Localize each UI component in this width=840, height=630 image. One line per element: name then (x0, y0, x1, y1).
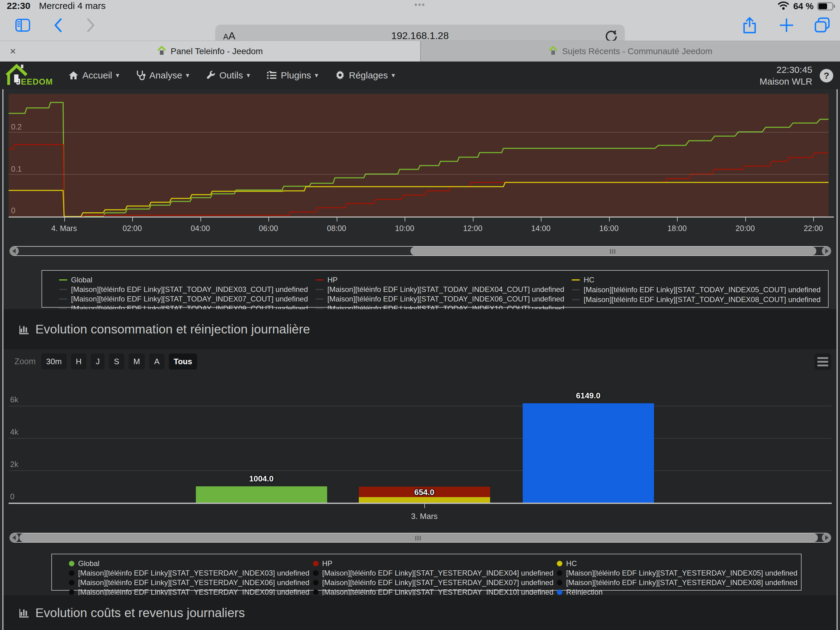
safari-toolbar: AA 192.168.1.28 (0, 11, 840, 41)
legend-item[interactable]: HP (316, 275, 572, 284)
chevron-down-icon: ▾ (392, 71, 395, 79)
legend-marker (313, 570, 319, 576)
x-axis-label: 06:00 (244, 224, 293, 233)
line-chart-plot-area[interactable]: 0.10.20 (9, 94, 829, 217)
jeedom-logo[interactable]: JEEDOM (4, 62, 50, 89)
gridline (9, 132, 829, 133)
legend-item[interactable]: [Maison][téléinfo EDF Linky][STAT_TODAY_… (572, 295, 828, 304)
share-icon[interactable] (738, 14, 761, 37)
back-button[interactable] (47, 14, 70, 37)
x-axis-label: 20:00 (721, 224, 770, 233)
multitask-handle[interactable]: ••• (414, 0, 426, 9)
scrollbar-thumb[interactable] (19, 533, 818, 542)
chart2-navigator-scrollbar[interactable] (9, 533, 831, 543)
zoom-range-button-m[interactable]: M (128, 353, 145, 369)
chart-context-menu-icon[interactable] (815, 353, 831, 370)
legend-marker (572, 299, 580, 300)
legend-item[interactable]: [Maison][téléinfo EDF Linky][STAT_TODAY_… (316, 295, 572, 303)
legend-item[interactable]: [Maison][téléinfo EDF Linky][STAT_TODAY_… (59, 285, 316, 294)
legend-marker (316, 298, 324, 300)
legend-item[interactable]: [Maison][téléinfo EDF Linky][STAT_TODAY_… (59, 295, 316, 303)
legend-marker (316, 289, 324, 290)
new-tab-plus-button[interactable] (775, 14, 798, 37)
gridline (9, 438, 832, 438)
legend-item[interactable]: HC (557, 559, 801, 568)
zoom-range-button-a[interactable]: A (149, 353, 164, 369)
zoom-range-button-30m[interactable]: 30m (41, 353, 67, 369)
x-axis-tick (677, 217, 677, 222)
chart1-navigator-scrollbar[interactable] (9, 246, 831, 256)
bar-reinjection[interactable] (523, 403, 654, 503)
scrollbar-right-arrow[interactable] (822, 533, 831, 542)
reader-aa-button[interactable]: AA (223, 30, 235, 42)
x-axis-tick (609, 217, 610, 222)
legend-item[interactable]: [Maison][téléinfo EDF Linky][STAT_YESTER… (557, 569, 801, 578)
close-tab-icon[interactable]: ✕ (7, 46, 19, 57)
forward-button[interactable] (79, 14, 102, 37)
legend-item[interactable]: HP (313, 559, 557, 568)
stethoscope-icon (136, 70, 146, 81)
x-axis-label: 16:00 (584, 224, 634, 233)
nav-item-plugins[interactable]: Plugins▾ (267, 70, 318, 81)
legend-label: [Maison][téléinfo EDF Linky][STAT_TODAY_… (71, 285, 308, 294)
section-divider: Evolution consommation et réinjection jo… (3, 309, 837, 349)
gridline (9, 174, 829, 175)
x-axis-label: 02:00 (107, 224, 157, 233)
legend-item[interactable]: Global (59, 275, 316, 284)
x-axis-label: 08:00 (312, 224, 361, 233)
nav-item-accueil[interactable]: Accueil▾ (68, 70, 119, 81)
legend-label: [Maison][téléinfo EDF Linky][STAT_TODAY_… (327, 295, 565, 303)
safari-chrome: 22:30 Mercredi 4 mars ••• 64 % (0, 0, 840, 62)
url-text[interactable]: 192.168.1.28 (215, 30, 625, 41)
nav-item-analyse[interactable]: Analyse▾ (136, 70, 189, 81)
scrollbar-thumb[interactable] (411, 247, 816, 255)
legend-marker (313, 580, 319, 586)
bar-hc[interactable] (359, 497, 490, 503)
zoom-range-button-tous[interactable]: Tous (169, 353, 197, 369)
legend-marker (69, 570, 74, 576)
legend-item[interactable]: [Maison][téléinfo EDF Linky][STAT_YESTER… (69, 569, 313, 578)
legend-item[interactable]: [Maison][téléinfo EDF Linky][STAT_YESTER… (557, 578, 801, 587)
scrollbar-left-arrow[interactable] (9, 533, 19, 542)
gridline (9, 470, 832, 471)
legend-marker (572, 279, 580, 280)
tab-title[interactable]: Sujets Récents - Communauté Jeedom (562, 46, 712, 56)
tabs-overview-button[interactable] (810, 14, 834, 37)
zoom-range-button-h[interactable]: H (71, 353, 87, 369)
legend-item[interactable]: [Maison][téléinfo EDF Linky][STAT_YESTER… (313, 578, 557, 587)
legend-item[interactable]: [Maison][téléinfo EDF Linky][STAT_YESTER… (313, 569, 557, 578)
x-axis-tick (201, 217, 201, 222)
x-axis-tick (268, 217, 269, 222)
legend-item[interactable]: [Maison][téléinfo EDF Linky][STAT_TODAY_… (316, 285, 572, 294)
scrollbar-right-arrow[interactable] (822, 246, 831, 256)
nav-item-outils[interactable]: Outils▾ (206, 70, 250, 81)
zoom-range-button-s[interactable]: S (109, 353, 124, 369)
zoom-range-button-j[interactable]: J (91, 353, 104, 369)
y-axis-label: 0 (10, 492, 14, 501)
legend-item[interactable]: HC (572, 275, 828, 285)
bar-global[interactable] (196, 486, 327, 503)
legend-item[interactable]: [Maison][téléinfo EDF Linky][STAT_YESTER… (69, 578, 313, 587)
bar-chart-icon (18, 607, 30, 618)
tab-communaute-jeedom[interactable]: Sujets Récents - Communauté Jeedom (420, 41, 840, 62)
x-axis-tick (473, 217, 474, 222)
y-axis-label: 0.1 (11, 165, 22, 174)
gear-icon (335, 70, 345, 81)
legend-label: [Maison][téléinfo EDF Linky][STAT_YESTER… (566, 569, 797, 578)
legend-item[interactable]: Global (69, 559, 313, 568)
chevron-down-icon: ▾ (116, 71, 119, 79)
legend-marker (69, 580, 74, 586)
scrollbar-left-arrow[interactable] (9, 246, 19, 256)
tab-panel-teleinfo[interactable]: ✕ Panel Teleinfo - Jeedom (0, 41, 420, 62)
help-icon[interactable]: ? (820, 69, 833, 82)
tab-title[interactable]: Panel Teleinfo - Jeedom (171, 46, 263, 56)
battery-percent-label: 64 % (793, 1, 813, 11)
legend-label: HP (327, 275, 338, 284)
bar-chart-baseline (9, 503, 832, 504)
zoom-label: Zoom (14, 357, 36, 366)
sidebar-toggle-button[interactable] (11, 14, 35, 37)
nav-item-reglages[interactable]: Réglages▾ (335, 70, 395, 81)
bar-chart-icon (18, 324, 30, 335)
legend-item[interactable]: [Maison][téléinfo EDF Linky][STAT_TODAY_… (572, 285, 828, 294)
navbar-profile[interactable]: Maison WLR (759, 76, 812, 87)
